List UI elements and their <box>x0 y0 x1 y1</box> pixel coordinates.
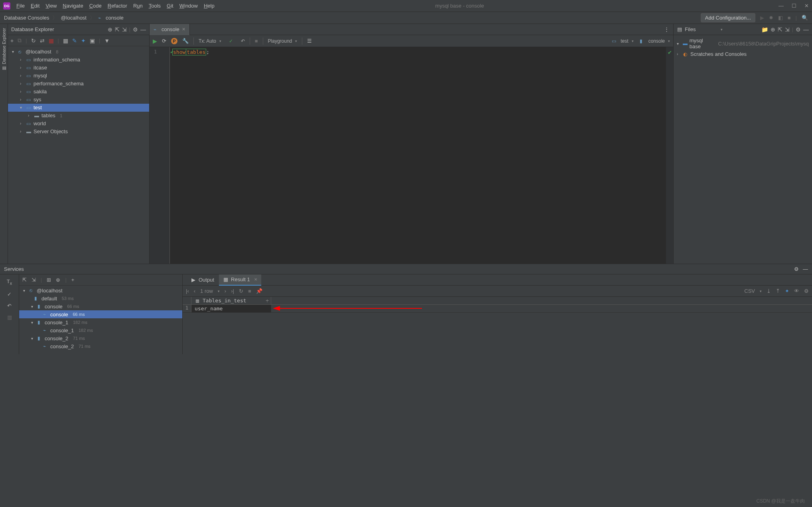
menu-file[interactable]: File <box>16 3 25 9</box>
group-icon[interactable]: ⊞ <box>47 277 51 283</box>
run-icon[interactable]: ▶ <box>760 15 764 21</box>
collapse-icon[interactable]: ⇲ <box>785 26 790 33</box>
menu-view[interactable]: View <box>45 3 57 9</box>
diagram-icon[interactable]: ✦ <box>81 37 86 44</box>
settings-icon[interactable]: ⚙ <box>796 26 801 33</box>
pivot-icon[interactable]: ✦ <box>785 288 789 294</box>
coverage-icon[interactable]: ◧ <box>778 15 783 21</box>
breadcrumb-item[interactable]: @localhost <box>61 15 87 21</box>
breadcrumb-item[interactable]: Database Consoles <box>4 15 49 21</box>
more-icon[interactable]: ⋮ <box>664 26 673 32</box>
debug-icon[interactable]: ✹ <box>769 15 773 21</box>
schema-label[interactable]: itcase <box>34 64 47 72</box>
next-page-icon[interactable]: › <box>225 288 226 294</box>
database-tree[interactable]: ▾⎋@localhost 8 ›▭information_schema ›▭it… <box>8 46 149 264</box>
wrench-icon[interactable]: 🔧 <box>182 38 189 44</box>
add-icon[interactable]: + <box>10 37 14 44</box>
svc-console-selected[interactable]: ⌁console 66 ms <box>19 310 182 318</box>
close-tab-icon[interactable]: ✕ <box>254 277 257 282</box>
editor-text[interactable]: showtables ; <box>169 47 666 264</box>
refresh-icon[interactable]: ↻ <box>239 288 243 294</box>
server-objects[interactable]: Server Objects <box>34 128 68 136</box>
svc-console2[interactable]: ⌁console_2 71 ms <box>19 342 182 350</box>
svc-session-console2[interactable]: ▾▮console_2 71 ms <box>19 334 182 342</box>
schema-label[interactable]: sakila <box>34 88 47 96</box>
view-icon[interactable]: 👁 <box>794 288 799 294</box>
sync-icon[interactable]: ⇄ <box>40 37 45 44</box>
history-icon[interactable]: ⟳ <box>162 38 166 44</box>
ddl-icon[interactable]: ▣ <box>90 37 95 44</box>
rollback-icon[interactable]: ↶ <box>7 303 12 309</box>
datasource-label[interactable]: @localhost <box>26 48 51 56</box>
collapse-icon[interactable]: ⇲ <box>32 277 36 283</box>
menu-navigate[interactable]: Navigate <box>63 3 83 9</box>
playground-dropdown[interactable]: Playground▾ <box>268 38 298 44</box>
target-icon[interactable]: ⊕ <box>108 26 112 33</box>
first-page-icon[interactable]: |‹ <box>186 288 189 294</box>
editor-tab-console[interactable]: ⌁ console ✕ <box>150 24 190 35</box>
rows-label[interactable]: 1 row <box>200 288 213 294</box>
column-header[interactable]: ▥Tables_in_test÷ <box>191 297 271 304</box>
tables-folder[interactable]: tables <box>41 112 55 120</box>
table-icon[interactable]: ▦ <box>63 37 68 44</box>
schema-label[interactable]: world <box>34 120 46 128</box>
expand-icon[interactable]: ⇱ <box>778 26 782 33</box>
breadcrumb-item[interactable]: console <box>106 15 124 21</box>
expand-icon[interactable]: ⇱ <box>22 277 27 283</box>
filter-icon[interactable]: ▼ <box>104 37 110 44</box>
refresh-icon[interactable]: ↻ <box>31 37 36 44</box>
hide-icon[interactable]: — <box>803 26 809 33</box>
upload-icon[interactable]: ⤒ <box>776 288 780 294</box>
target-icon[interactable]: ⊕ <box>771 26 775 33</box>
schema-label[interactable]: sys <box>34 96 41 104</box>
collapse-icon[interactable]: ⇲ <box>122 26 127 33</box>
settings-icon[interactable]: ☰ <box>307 38 312 44</box>
schema-dropdown[interactable]: ▭test▾ <box>612 38 633 44</box>
project-node[interactable]: ▾▬ mysql base C:\Users\86158\DataGripPro… <box>674 37 812 50</box>
prev-page-icon[interactable]: ‹ <box>194 288 195 294</box>
open-folder-icon[interactable]: 📁 <box>761 26 768 33</box>
stop-icon[interactable]: ■ <box>248 288 251 294</box>
svc-session-default[interactable]: ▮default 53 ms <box>19 294 182 302</box>
last-page-icon[interactable]: ›| <box>231 288 234 294</box>
database-explorer-tab[interactable]: ▤Database Explorer <box>1 28 6 71</box>
layout-icon[interactable]: ▥ <box>7 314 12 320</box>
schema-test-selected[interactable]: ▾▭test <box>8 104 149 112</box>
settings-icon[interactable]: ⚙ <box>804 288 809 294</box>
check-icon[interactable]: ✓ <box>7 291 12 297</box>
schema-label[interactable]: performance_schema <box>34 80 84 88</box>
cell-value[interactable]: user_name <box>191 305 271 312</box>
menu-edit[interactable]: Edit <box>31 3 39 9</box>
tx-mode-dropdown[interactable]: Tx: Auto▾ ✓ ↶ <box>199 38 245 44</box>
editor-body[interactable]: 1 ✔ showtables ; ✔ <box>150 47 673 264</box>
pin-icon[interactable]: 📌 <box>256 288 262 294</box>
scratches-node[interactable]: ›◐ Scratches and Consoles <box>674 50 812 58</box>
export-csv[interactable]: CSV <box>744 288 755 294</box>
result-tab[interactable]: ▦Result 1✕ <box>219 274 261 286</box>
close-tab-icon[interactable]: ✕ <box>182 27 185 32</box>
output-tab[interactable]: ▶Output <box>187 274 218 286</box>
explain-plan-icon[interactable]: P <box>171 38 177 44</box>
add-icon[interactable]: + <box>71 277 75 283</box>
stop-icon[interactable]: ■ <box>788 15 791 21</box>
edit-icon[interactable]: ✎ <box>72 37 77 44</box>
run-icon[interactable]: ▶ <box>153 38 157 44</box>
maximize-icon[interactable]: ☐ <box>792 3 796 9</box>
minimize-icon[interactable]: — <box>778 3 784 9</box>
tx-icon[interactable]: Tx <box>7 278 12 286</box>
svc-session-console1[interactable]: ▾▮console_1 182 ms <box>19 318 182 326</box>
stop-db-icon[interactable]: ▦ <box>49 37 54 44</box>
settings-icon[interactable]: ⚙ <box>794 266 799 272</box>
menu-refactor[interactable]: Refactor <box>108 3 127 9</box>
duplicate-icon[interactable]: ⧉ <box>18 37 22 44</box>
svc-session-console[interactable]: ▾▮console 66 ms <box>19 302 182 310</box>
session-dropdown[interactable]: ▮console▾ <box>640 38 670 44</box>
svc-host-node[interactable]: ▾⎋@localhost <box>19 286 182 294</box>
schema-label[interactable]: information_schema <box>34 56 80 64</box>
search-icon[interactable]: 🔍 <box>802 15 808 21</box>
hide-icon[interactable]: — <box>140 26 146 33</box>
download-icon[interactable]: ⤓ <box>767 288 771 294</box>
close-icon[interactable]: ✕ <box>804 3 809 9</box>
settings-icon[interactable]: ⚙ <box>133 26 138 33</box>
hide-icon[interactable]: — <box>803 266 808 272</box>
